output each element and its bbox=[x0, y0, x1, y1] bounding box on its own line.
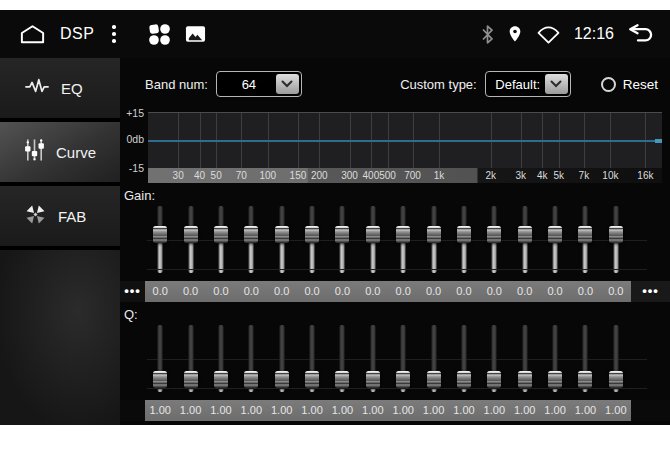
slider-thumb[interactable] bbox=[153, 371, 167, 388]
slider-thumb[interactable] bbox=[275, 371, 289, 388]
band-slider[interactable] bbox=[175, 323, 205, 397]
band-slider[interactable] bbox=[267, 323, 297, 397]
gain-page-right-button[interactable]: ••• bbox=[631, 281, 670, 302]
sidebar-item-eq[interactable]: EQ bbox=[0, 58, 120, 118]
slider-thumb[interactable] bbox=[214, 371, 228, 388]
slider-thumb[interactable] bbox=[244, 371, 258, 388]
frequency-axis: 304050701001502003004005007001k2k3k4k5k7… bbox=[148, 168, 662, 183]
band-value: 1.00 bbox=[206, 400, 236, 421]
band-slider[interactable] bbox=[236, 204, 266, 278]
freq-tick-label: 16k bbox=[637, 168, 653, 183]
chevron-down-icon[interactable] bbox=[545, 74, 568, 94]
band-slider[interactable] bbox=[327, 204, 357, 278]
freq-tick-label: 150 bbox=[290, 168, 307, 183]
gain-page-left-button[interactable]: ••• bbox=[120, 281, 145, 302]
eq-curve-graph: +15 0db -15 3040507010015020030040050070… bbox=[120, 112, 662, 183]
band-slider[interactable] bbox=[267, 204, 297, 278]
band-slider[interactable] bbox=[358, 204, 388, 278]
location-icon bbox=[507, 24, 523, 44]
band-slider[interactable] bbox=[479, 323, 509, 397]
slider-thumb[interactable] bbox=[335, 371, 349, 388]
band-slider[interactable] bbox=[388, 204, 418, 278]
slider-thumb[interactable] bbox=[548, 226, 562, 243]
band-slider[interactable] bbox=[570, 323, 600, 397]
band-slider[interactable] bbox=[418, 323, 448, 397]
slider-thumb[interactable] bbox=[578, 226, 592, 243]
slider-thumb[interactable] bbox=[427, 371, 441, 388]
band-slider[interactable] bbox=[601, 323, 631, 397]
back-icon[interactable] bbox=[627, 24, 656, 45]
slider-thumb[interactable] bbox=[427, 226, 441, 243]
sidebar-item-label: FAB bbox=[58, 208, 86, 225]
band-slider[interactable] bbox=[297, 323, 327, 397]
slider-thumb[interactable] bbox=[609, 226, 623, 243]
slider-thumb[interactable] bbox=[305, 371, 319, 388]
slider-thumb[interactable] bbox=[366, 371, 380, 388]
band-slider[interactable] bbox=[510, 323, 540, 397]
band-value: 1.00 bbox=[479, 400, 509, 421]
page-title: DSP bbox=[60, 25, 94, 43]
band-slider[interactable] bbox=[175, 204, 205, 278]
reset-control[interactable]: Reset bbox=[601, 77, 658, 92]
band-slider[interactable] bbox=[449, 204, 479, 278]
slider-thumb[interactable] bbox=[335, 226, 349, 243]
band-slider[interactable] bbox=[418, 204, 448, 278]
band-slider[interactable] bbox=[145, 204, 175, 278]
curve-plot-area[interactable] bbox=[148, 112, 662, 168]
slider-thumb[interactable] bbox=[487, 226, 501, 243]
band-slider[interactable] bbox=[540, 323, 570, 397]
slider-thumb[interactable] bbox=[518, 371, 532, 388]
apps-clover-icon[interactable] bbox=[146, 21, 173, 48]
band-slider[interactable] bbox=[388, 323, 418, 397]
band-slider[interactable] bbox=[206, 323, 236, 397]
band-slider[interactable] bbox=[449, 323, 479, 397]
gain-values-row: ••• 0.00.00.00.00.00.00.00.00.00.00.00.0… bbox=[120, 281, 670, 302]
slider-thumb[interactable] bbox=[457, 226, 471, 243]
reset-radio-icon[interactable] bbox=[601, 77, 616, 92]
slider-thumb[interactable] bbox=[366, 226, 380, 243]
freq-tick-label: 4k bbox=[537, 168, 548, 183]
slider-thumb[interactable] bbox=[457, 371, 471, 388]
slider-thumb[interactable] bbox=[153, 226, 167, 243]
slider-thumb[interactable] bbox=[609, 371, 623, 388]
sidebar-item-curve[interactable]: Curve bbox=[0, 122, 120, 182]
overflow-menu-icon[interactable] bbox=[108, 21, 120, 47]
y-axis-label: -15 bbox=[129, 162, 144, 174]
sidebar-item-fab[interactable]: FAB bbox=[0, 186, 120, 246]
band-slider[interactable] bbox=[145, 323, 175, 397]
slider-thumb[interactable] bbox=[578, 371, 592, 388]
band-slider[interactable] bbox=[601, 204, 631, 278]
slider-thumb[interactable] bbox=[487, 371, 501, 388]
gallery-icon[interactable] bbox=[185, 25, 206, 43]
curve-handle[interactable] bbox=[655, 139, 662, 143]
freq-tick-label: 3k bbox=[516, 168, 527, 183]
slider-thumb[interactable] bbox=[518, 226, 532, 243]
home-icon[interactable] bbox=[18, 23, 47, 45]
band-slider[interactable] bbox=[540, 204, 570, 278]
band-slider[interactable] bbox=[327, 323, 357, 397]
slider-thumb[interactable] bbox=[184, 371, 198, 388]
band-slider[interactable] bbox=[479, 204, 509, 278]
slider-thumb[interactable] bbox=[396, 371, 410, 388]
band-slider[interactable] bbox=[297, 204, 327, 278]
slider-thumb[interactable] bbox=[184, 226, 198, 243]
custom-type-dropdown[interactable]: Default: bbox=[485, 71, 571, 97]
slider-thumb[interactable] bbox=[214, 226, 228, 243]
band-slider[interactable] bbox=[570, 204, 600, 278]
freq-tick-label: 500 bbox=[379, 168, 396, 183]
slider-thumb[interactable] bbox=[244, 226, 258, 243]
q-values-row: 1.001.001.001.001.001.001.001.001.001.00… bbox=[120, 400, 670, 421]
q-label: Q: bbox=[124, 307, 670, 323]
slider-thumb[interactable] bbox=[305, 226, 319, 243]
y-axis: +15 0db -15 bbox=[120, 112, 148, 168]
band-slider[interactable] bbox=[510, 204, 540, 278]
band-slider[interactable] bbox=[236, 323, 266, 397]
band-slider[interactable] bbox=[358, 323, 388, 397]
slider-thumb[interactable] bbox=[275, 226, 289, 243]
chevron-down-icon[interactable] bbox=[276, 74, 299, 94]
band-num-dropdown[interactable]: 64 bbox=[216, 71, 302, 97]
band-slider[interactable] bbox=[206, 204, 236, 278]
slider-thumb[interactable] bbox=[396, 226, 410, 243]
band-value: 1.00 bbox=[570, 400, 600, 421]
slider-thumb[interactable] bbox=[548, 371, 562, 388]
